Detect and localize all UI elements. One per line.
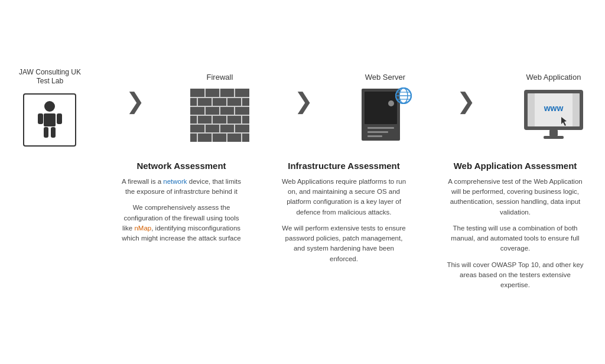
- webapp-block: Web Application www: [521, 73, 586, 142]
- infra-assessment-col: Infrastructure Assessment Web Applicatio…: [279, 161, 409, 270]
- webapp-assessment-col: Web Application Assessment A comprehensi…: [444, 161, 586, 297]
- svg-rect-50: [549, 130, 558, 136]
- svg-rect-51: [544, 136, 564, 139]
- lab-label2: Test Lab: [37, 77, 63, 85]
- arrow-1: ❯: [126, 88, 145, 126]
- infra-para2: We will perform extensive tests to ensur…: [279, 223, 409, 264]
- webapp-icon: www: [521, 89, 586, 142]
- firewall-block: Firewall: [190, 73, 249, 142]
- webapp-title: Web Application Assessment: [454, 161, 577, 171]
- svg-rect-3: [57, 113, 62, 124]
- webapp-para3: This will cover OWASP Top 10, and other …: [444, 260, 586, 291]
- svg-rect-47: [573, 93, 580, 126]
- globe-icon: [395, 87, 412, 104]
- firewall-icon: [190, 89, 249, 142]
- bottom-row: Network Assessment A firewall is a netwo…: [19, 161, 586, 297]
- server-block: Web Server: [359, 73, 412, 142]
- server-label: Web Server: [365, 73, 405, 82]
- top-row: JAW Consulting UK Test Lab: [19, 68, 586, 147]
- firewall-label: Firewall: [207, 73, 233, 82]
- svg-rect-4: [44, 127, 48, 138]
- svg-text:www: www: [544, 103, 564, 113]
- main-container: JAW Consulting UK Test Lab: [13, 56, 592, 308]
- arrow-3: ❯: [457, 88, 476, 126]
- infra-title: Infrastructure Assessment: [288, 161, 400, 171]
- lab-label: JAW Consulting UK: [19, 68, 81, 76]
- arrow-2: ❯: [294, 88, 313, 126]
- network-assessment-col: Network Assessment A firewall is a netwo…: [119, 161, 243, 250]
- svg-point-38: [388, 100, 394, 106]
- svg-rect-2: [38, 113, 43, 124]
- lab-block: JAW Consulting UK Test Lab: [19, 68, 81, 147]
- svg-rect-5: [51, 127, 56, 138]
- svg-rect-36: [367, 131, 388, 133]
- svg-point-0: [44, 101, 55, 112]
- svg-rect-37: [367, 135, 382, 137]
- person-box: [23, 93, 76, 147]
- webapp-para2: The testing will use a combination of bo…: [444, 223, 586, 254]
- webapp-label: Web Application: [526, 73, 581, 82]
- svg-rect-35: [367, 127, 394, 129]
- svg-rect-46: [528, 93, 535, 126]
- network-highlight: network: [163, 178, 187, 185]
- nmap-highlight: nMap: [134, 225, 151, 232]
- svg-rect-1: [44, 113, 56, 126]
- webapp-para1: A comprehensive test of the Web Applicat…: [444, 177, 586, 217]
- svg-rect-34: [365, 92, 397, 124]
- server-container: [359, 89, 412, 142]
- network-para1: A firewall is a network device, that lim…: [119, 177, 243, 197]
- infra-para1: Web Applications require platforms to ru…: [279, 177, 409, 217]
- person-icon: [34, 99, 66, 141]
- network-para2: We comprehensively assess the configurat…: [119, 203, 243, 243]
- network-title: Network Assessment: [136, 161, 226, 171]
